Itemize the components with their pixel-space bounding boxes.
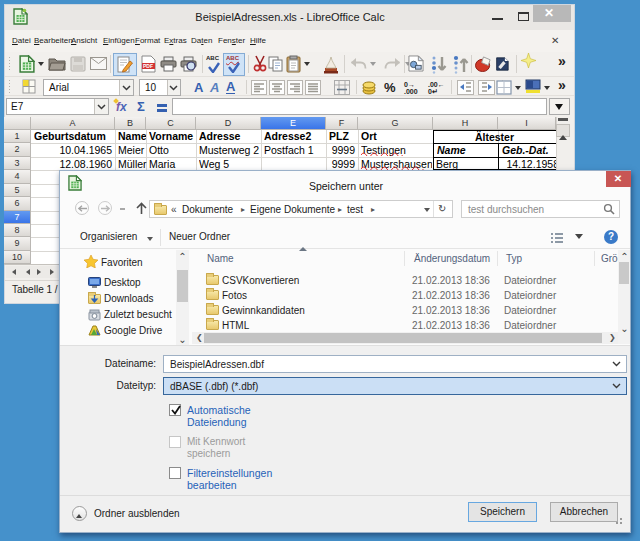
svg-text:PDF: PDF bbox=[143, 63, 153, 69]
